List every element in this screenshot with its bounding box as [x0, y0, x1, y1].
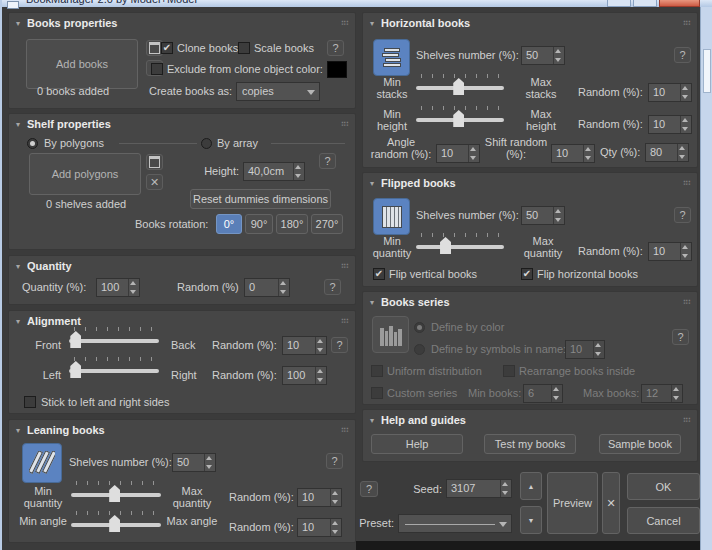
panel-grip-icon[interactable]: ⠿	[340, 318, 350, 325]
clear-polygons-button[interactable]: ✕	[146, 174, 163, 190]
help-icon[interactable]: ?	[319, 153, 336, 169]
slider-track[interactable]	[416, 245, 504, 249]
slider-thumb[interactable]	[109, 515, 120, 532]
define-by-symbols-radio[interactable]	[414, 344, 425, 355]
spinner-arrows-icon[interactable]	[553, 47, 564, 64]
alignment-random1-spinner[interactable]: 10	[282, 336, 327, 355]
slider-thumb[interactable]	[70, 331, 81, 348]
panel-grip-icon[interactable]: ⠿	[340, 121, 350, 128]
scrollbar[interactable]	[700, 7, 712, 550]
spinner-arrows-icon[interactable]	[680, 116, 691, 133]
clone-color-swatch[interactable]	[327, 61, 347, 78]
leaning-shelves-spinner[interactable]: 50	[172, 453, 216, 472]
flipped-books-icon[interactable]	[373, 198, 410, 235]
spinner-arrows-icon[interactable]	[330, 489, 341, 506]
cancel-preview-button[interactable]: ✕	[602, 472, 620, 534]
help-icon[interactable]: ?	[327, 40, 344, 56]
panel-header-horizontal-books[interactable]: ▾ Horizontal books ⠿	[363, 13, 697, 33]
panel-header-alignment[interactable]: ▾ Alignment ⠿	[9, 311, 355, 331]
spinner-arrows-icon[interactable]	[500, 480, 511, 497]
flip-horizontal-checkbox[interactable]: ✔	[521, 268, 533, 280]
spinner-arrows-icon[interactable]	[680, 243, 691, 260]
flip-vertical-checkbox[interactable]: ✔	[373, 268, 385, 280]
seed-up-button[interactable]: ▲	[520, 472, 542, 500]
quantity-random-spinner[interactable]: 0	[244, 278, 290, 297]
seed-down-button[interactable]: ▼	[520, 506, 542, 534]
preview-button[interactable]: Preview	[547, 472, 598, 534]
title-bar[interactable]: BookManager 2.0 by Model+Model	[0, 0, 712, 7]
by-polygons-radio[interactable]	[27, 138, 38, 149]
help-icon[interactable]: ?	[331, 337, 348, 353]
scale-books-checkbox[interactable]	[238, 42, 250, 54]
exclude-clone-color-checkbox[interactable]	[151, 63, 163, 75]
stick-sides-checkbox[interactable]	[24, 396, 36, 408]
panel-header-books-series[interactable]: ▾ Books series ⠿	[363, 292, 697, 312]
leaning-random2-spinner[interactable]: 10	[297, 518, 342, 537]
slider-track[interactable]	[69, 339, 159, 343]
spinner-arrows-icon[interactable]	[330, 519, 341, 536]
spinner-arrows-icon[interactable]	[204, 454, 215, 471]
add-books-button[interactable]: Add books	[26, 39, 138, 89]
slider-thumb[interactable]	[109, 485, 120, 502]
panel-header-leaning-books[interactable]: ▾ Leaning books ⠿	[9, 420, 355, 440]
scrollbar-thumb[interactable]	[703, 49, 711, 93]
help-button[interactable]: Help	[371, 434, 463, 454]
custom-series-checkbox[interactable]	[371, 387, 383, 399]
help-icon[interactable]: ?	[674, 207, 691, 223]
clone-books-checkbox[interactable]: ✔	[161, 42, 173, 54]
shift-random-spinner[interactable]: 10	[551, 144, 595, 163]
alignment-random2-spinner[interactable]: 100	[282, 366, 327, 385]
pick-by-list-button[interactable]	[146, 154, 163, 170]
panel-header-shelf-properties[interactable]: ▾ Shelf properties ⠿	[9, 114, 355, 134]
help-icon[interactable]: ?	[324, 279, 341, 295]
spinner-arrows-icon[interactable]	[468, 145, 479, 162]
horizontal-random2-spinner[interactable]: 10	[648, 115, 692, 134]
horizontal-shelves-spinner[interactable]: 50	[521, 46, 565, 65]
panel-header-books-properties[interactable]: ▾ Books properties ⠿	[9, 13, 355, 33]
spinner-arrows-icon[interactable]	[315, 337, 326, 354]
panel-grip-icon[interactable]: ⠿	[682, 299, 692, 306]
spinner-arrows-icon[interactable]	[293, 163, 304, 180]
spinner-arrows-icon[interactable]	[315, 367, 326, 384]
horizontal-books-icon[interactable]	[373, 39, 410, 76]
min-books-spinner[interactable]: 6	[523, 384, 563, 403]
uniform-distribution-checkbox[interactable]	[371, 365, 383, 377]
slider-thumb[interactable]	[453, 78, 464, 95]
books-series-icon[interactable]	[372, 316, 409, 353]
spinner-arrows-icon[interactable]	[128, 279, 139, 296]
slider-track[interactable]	[69, 369, 159, 373]
flipped-random-spinner[interactable]: 10	[648, 242, 692, 261]
panel-grip-icon[interactable]: ⠿	[682, 417, 692, 424]
reset-dummies-button[interactable]: Reset dummies dimensions	[190, 189, 331, 209]
panel-header-help-guides[interactable]: ▾ Help and guides ⠿	[363, 410, 697, 430]
slider-thumb[interactable]	[453, 110, 464, 127]
panel-header-flipped-books[interactable]: ▾ Flipped books ⠿	[363, 173, 697, 193]
preset-dropdown[interactable]	[398, 514, 512, 533]
panel-grip-icon[interactable]: ⠿	[682, 20, 692, 27]
by-array-radio[interactable]	[201, 138, 212, 149]
qty-spinner[interactable]: 80	[645, 143, 689, 162]
height-spinner[interactable]: 40,0cm	[243, 162, 305, 181]
panel-grip-icon[interactable]: ⠿	[682, 180, 692, 187]
help-icon[interactable]: ?	[326, 453, 343, 469]
maximize-button[interactable]	[633, 0, 657, 7]
test-my-books-button[interactable]: Test my books	[484, 434, 576, 454]
slider-thumb[interactable]	[440, 237, 451, 254]
panel-grip-icon[interactable]: ⠿	[340, 263, 350, 270]
seed-spinner[interactable]: 3107	[446, 479, 512, 498]
rearrange-books-checkbox[interactable]	[503, 365, 515, 377]
spinner-arrows-icon[interactable]	[677, 144, 688, 161]
slider-thumb[interactable]	[70, 361, 81, 378]
spinner-arrows-icon[interactable]	[278, 279, 289, 296]
add-polygons-button[interactable]: Add polygons	[29, 153, 141, 195]
panel-header-quantity[interactable]: ▾ Quantity ⠿	[9, 256, 355, 276]
minimize-button[interactable]	[607, 0, 631, 7]
leaning-books-icon[interactable]	[22, 443, 62, 483]
define-by-color-radio[interactable]	[414, 322, 425, 333]
help-icon[interactable]: ?	[360, 481, 378, 497]
spinner-arrows-icon[interactable]	[680, 84, 691, 101]
create-books-as-dropdown[interactable]: copies	[236, 82, 320, 101]
rotation-90-button[interactable]: 90°	[245, 214, 273, 234]
leaning-random1-spinner[interactable]: 10	[297, 488, 342, 507]
spinner-arrows-icon[interactable]	[671, 385, 682, 402]
